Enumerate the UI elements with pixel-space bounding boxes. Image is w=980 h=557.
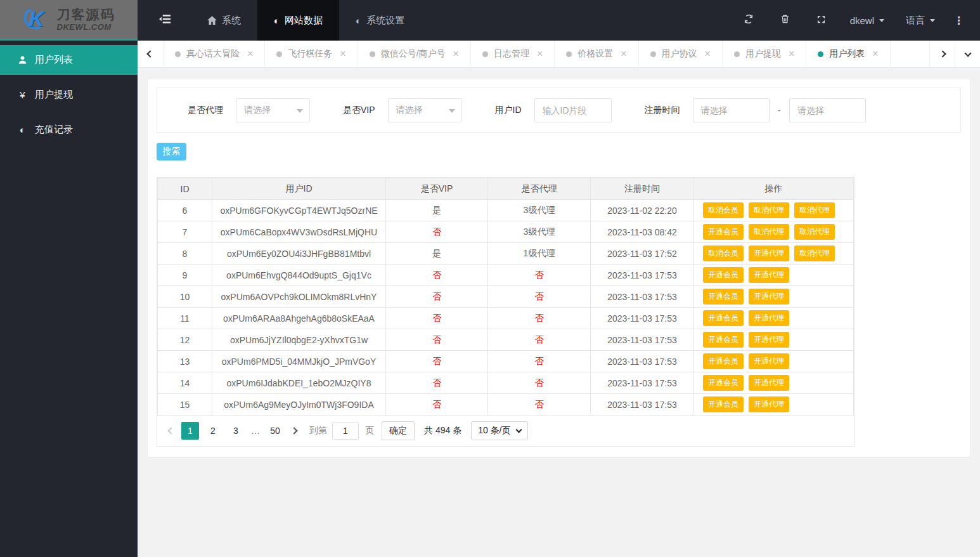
language-label: 语言: [906, 15, 925, 27]
open-vip-button[interactable]: 开通会员: [703, 224, 744, 240]
open-vip-button[interactable]: 开通会员: [703, 375, 744, 391]
goto-page-input[interactable]: [332, 422, 359, 440]
cell-vip: 否: [386, 394, 488, 416]
open-agent-button[interactable]: 开通代理: [749, 353, 789, 369]
open-vip-button[interactable]: 开通会员: [703, 396, 744, 412]
page-button[interactable]: 2: [204, 422, 222, 440]
cancel-agent-button[interactable]: 取消代理: [794, 246, 835, 261]
cell-vip: 否: [386, 308, 488, 329]
chevron-down-icon: [930, 19, 935, 25]
open-agent-button[interactable]: 开通代理: [749, 332, 789, 348]
close-tab-icon[interactable]: ×: [872, 49, 878, 59]
page-size-select[interactable]: 10 条/页: [471, 421, 527, 440]
open-vip-button[interactable]: 开通会员: [703, 267, 744, 283]
tab-log-management[interactable]: 日志管理×: [471, 41, 555, 67]
open-agent-button[interactable]: 开通代理: [749, 289, 789, 305]
cancel-vip-button[interactable]: 取消会员: [703, 202, 744, 218]
tab-price-settings[interactable]: 价格设置×: [555, 41, 638, 67]
open-vip-button[interactable]: 开通会员: [703, 289, 744, 305]
open-agent-button[interactable]: 开通代理: [749, 396, 789, 412]
fullscreen-button[interactable]: [803, 15, 839, 27]
table-row: 14oxPUm6IJdabKDEI_1ebO2MJzQIY8否否2023-11-…: [158, 372, 854, 394]
clear-cache-button[interactable]: [767, 14, 803, 27]
top-header: K 刀客源码 DKEWL.COM 系统◐网站数据◐系统设置: [0, 0, 980, 41]
tab-scroll-left-button[interactable]: [138, 41, 163, 67]
close-tab-icon[interactable]: ×: [789, 49, 794, 59]
cell-agent: 否: [488, 329, 591, 351]
cell-id: 15: [158, 394, 212, 416]
cell-agent: 否: [488, 265, 591, 286]
close-tab-icon[interactable]: ×: [537, 49, 543, 59]
tab-user-list[interactable]: 用户列表×: [806, 41, 890, 67]
close-tab-icon[interactable]: ×: [621, 49, 626, 59]
cell-agent: 否: [488, 286, 591, 308]
userid-filter-label: 用户ID: [495, 105, 522, 116]
tab-user-agreement[interactable]: 用户协议×: [639, 41, 723, 67]
cancel-vip-button[interactable]: 取消会员: [703, 246, 744, 261]
cancel-agent-button[interactable]: 取消代理: [749, 202, 789, 218]
refresh-button[interactable]: [730, 14, 767, 27]
cancel-agent-button[interactable]: 取消代理: [794, 202, 835, 218]
close-tab-icon[interactable]: ×: [453, 49, 459, 59]
cell-actions: 开通会员开通代理: [694, 286, 854, 308]
column-header: 是否VIP: [386, 178, 488, 200]
collapse-menu-button[interactable]: [146, 0, 183, 41]
open-vip-button[interactable]: 开通会员: [703, 310, 744, 326]
cell-reg-time: 2023-11-03 17:53: [591, 394, 694, 416]
tab-scroll-right-button[interactable]: [929, 41, 955, 67]
total-count-label: 共 494 条: [424, 425, 461, 436]
sidebar-item-recharge-records[interactable]: ◐充值记录: [0, 115, 138, 145]
chevron-right-icon: [290, 427, 297, 434]
column-header: 用户ID: [212, 178, 386, 200]
adjust-icon: ◐: [356, 15, 361, 26]
search-button[interactable]: 搜索: [157, 143, 186, 161]
agent-filter-select[interactable]: 请选择: [236, 98, 310, 122]
page-button[interactable]: 3: [227, 422, 245, 440]
home-icon: [207, 16, 217, 25]
tab-options-button[interactable]: [955, 41, 980, 67]
open-tabs-bar: 真心话大冒险×飞行棋任务×微信公号/商户号×日志管理×价格设置×用户协议×用户提…: [138, 41, 980, 68]
tab-wechat-account[interactable]: 微信公号/商户号×: [358, 41, 471, 67]
tab-user-withdraw[interactable]: 用户提现×: [723, 41, 806, 67]
language-dropdown[interactable]: 语言: [895, 15, 946, 27]
confirm-page-button[interactable]: 确定: [382, 421, 415, 440]
user-menu-dropdown[interactable]: dkewl: [839, 15, 895, 26]
tab-status-dot: [566, 51, 572, 57]
prev-page-button[interactable]: [164, 422, 179, 440]
open-vip-button[interactable]: 开通会员: [703, 332, 744, 348]
sidebar-item-user-list[interactable]: 用户列表: [0, 45, 138, 75]
close-tab-icon[interactable]: ×: [705, 49, 711, 59]
topnav-item-system[interactable]: 系统: [191, 0, 257, 41]
topnav-item-system-settings[interactable]: ◐系统设置: [339, 0, 421, 41]
cancel-agent-button[interactable]: 取消代理: [794, 224, 835, 240]
tab-label: 用户协议: [662, 48, 697, 60]
tabs-container: 真心话大冒险×飞行棋任务×微信公号/商户号×日志管理×价格设置×用户协议×用户提…: [163, 41, 891, 67]
tab-truth-dare[interactable]: 真心话大冒险×: [163, 41, 265, 67]
yen-icon: ¥: [17, 89, 28, 100]
cancel-agent-button[interactable]: 取消代理: [749, 224, 789, 240]
next-page-button[interactable]: [287, 422, 302, 440]
open-agent-button[interactable]: 开通代理: [749, 310, 789, 326]
sidebar-item-user-withdraw[interactable]: ¥用户提现: [0, 80, 138, 110]
chevron-left-icon: [167, 427, 174, 434]
more-menu-button[interactable]: ⋮: [946, 14, 972, 27]
regtime-to-input[interactable]: [789, 98, 866, 122]
cell-vip: 否: [386, 372, 488, 394]
page-button[interactable]: 50: [266, 422, 284, 440]
regtime-from-input[interactable]: [693, 98, 770, 122]
open-agent-button[interactable]: 开通代理: [749, 375, 789, 391]
vip-filter-placeholder: 请选择: [396, 105, 423, 116]
close-tab-icon[interactable]: ×: [340, 49, 345, 59]
open-vip-button[interactable]: 开通会员: [703, 353, 744, 369]
cell-id: 8: [158, 243, 212, 265]
user-table: ID用户ID是否VIP是否代理注册时间操作 6oxPUm6GFOKyvCGpT4…: [157, 178, 854, 416]
vip-filter-select[interactable]: 请选择: [388, 98, 462, 122]
userid-filter-input[interactable]: [534, 98, 612, 122]
open-agent-button[interactable]: 开通代理: [749, 267, 789, 283]
close-tab-icon[interactable]: ×: [247, 49, 253, 59]
tab-flight-chess[interactable]: 飞行棋任务×: [265, 41, 358, 67]
topnav-item-site-data[interactable]: ◐网站数据: [257, 0, 339, 41]
filter-bar: 是否代理 请选择 是否VIP 请选择 用户ID 注册时间 -: [157, 88, 961, 133]
open-agent-button[interactable]: 开通代理: [749, 246, 789, 261]
page-button[interactable]: 1: [181, 422, 199, 440]
